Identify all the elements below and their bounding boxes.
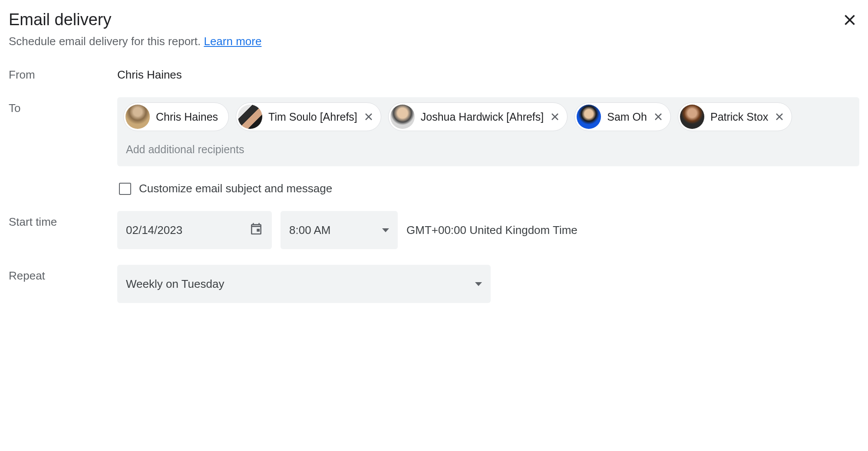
time-value: 8:00 AM xyxy=(289,224,330,237)
remove-recipient-button[interactable] xyxy=(774,112,785,122)
avatar xyxy=(680,105,704,129)
close-icon xyxy=(653,112,663,122)
chevron-down-icon xyxy=(382,228,389,232)
repeat-value: Weekly on Tuesday xyxy=(126,277,224,291)
start-time-label: Start time xyxy=(9,211,117,229)
add-recipients-input[interactable] xyxy=(123,138,288,161)
close-icon xyxy=(550,112,560,122)
timezone-text: GMT+00:00 United Kingdom Time xyxy=(406,224,578,237)
customize-label: Customize email subject and message xyxy=(139,182,332,195)
recipients-container[interactable]: Chris Haines Tim Soulo [Ahrefs] Joshua H… xyxy=(117,97,859,166)
dialog-title: Email delivery xyxy=(9,10,112,29)
repeat-label: Repeat xyxy=(9,265,117,283)
recipient-chip[interactable]: Sam Oh xyxy=(574,102,671,131)
time-select[interactable]: 8:00 AM xyxy=(281,211,398,249)
from-label: From xyxy=(9,64,117,82)
recipient-name: Joshua Hardwick [Ahrefs] xyxy=(421,111,544,123)
close-icon xyxy=(842,12,858,28)
subtitle-text: Schedule email delivery for this report. xyxy=(9,35,204,48)
recipient-chip[interactable]: Tim Soulo [Ahrefs] xyxy=(236,102,381,131)
remove-recipient-button[interactable] xyxy=(550,112,560,122)
svg-rect-10 xyxy=(257,229,260,232)
avatar xyxy=(577,105,601,129)
recipient-chip[interactable]: Joshua Hardwick [Ahrefs] xyxy=(388,102,568,131)
dialog-subtitle: Schedule email delivery for this report.… xyxy=(9,35,859,48)
close-button[interactable] xyxy=(840,10,859,31)
avatar xyxy=(238,105,262,129)
date-input[interactable]: 02/14/2023 xyxy=(117,211,272,249)
recipient-name: Patrick Stox xyxy=(710,111,768,123)
repeat-select[interactable]: Weekly on Tuesday xyxy=(117,265,491,303)
remove-recipient-button[interactable] xyxy=(363,112,374,122)
avatar xyxy=(125,105,150,129)
close-icon xyxy=(774,112,785,122)
remove-recipient-button[interactable] xyxy=(653,112,663,122)
chevron-down-icon xyxy=(475,282,482,286)
recipient-name: Tim Soulo [Ahrefs] xyxy=(268,111,357,123)
calendar-icon xyxy=(249,222,263,239)
recipient-chip[interactable]: Chris Haines xyxy=(123,102,229,131)
recipient-chip[interactable]: Patrick Stox xyxy=(678,102,792,131)
to-label: To xyxy=(9,97,117,115)
learn-more-link[interactable]: Learn more xyxy=(204,35,261,48)
close-icon xyxy=(363,112,374,122)
date-value: 02/14/2023 xyxy=(126,224,182,237)
recipient-name: Chris Haines xyxy=(156,111,218,123)
customize-checkbox-row[interactable]: Customize email subject and message xyxy=(117,182,859,195)
avatar xyxy=(390,105,415,129)
empty-label xyxy=(9,182,117,186)
from-value: Chris Haines xyxy=(117,64,859,82)
recipient-name: Sam Oh xyxy=(607,111,647,123)
customize-checkbox[interactable] xyxy=(119,183,131,195)
